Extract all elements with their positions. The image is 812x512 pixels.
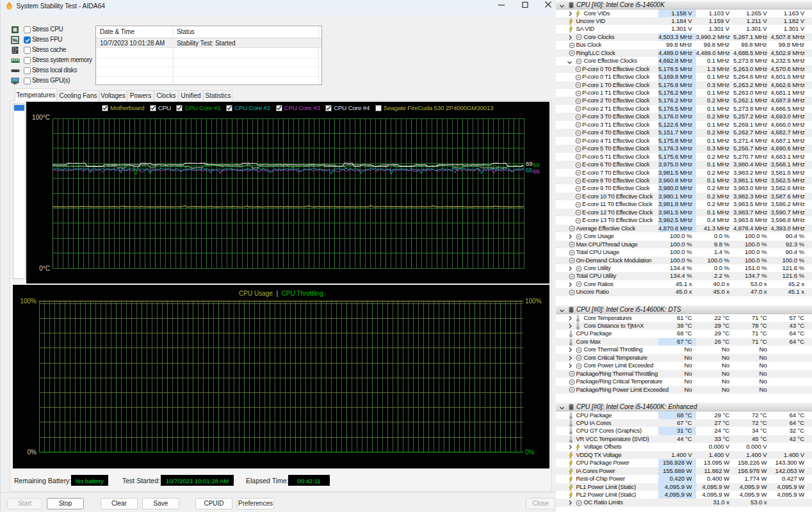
svg-text:100°C: 100°C: [32, 114, 50, 121]
svg-text:100%: 100%: [525, 298, 542, 305]
svg-text:0°C: 0°C: [39, 265, 50, 272]
svg-text:%: %: [12, 37, 17, 44]
svg-text:0%: 0%: [525, 449, 535, 456]
svg-text:65: 65: [526, 166, 533, 173]
svg-text:100%: 100%: [20, 298, 37, 305]
svg-text:0%: 0%: [28, 449, 37, 456]
svg-text:66: 66: [533, 168, 540, 175]
